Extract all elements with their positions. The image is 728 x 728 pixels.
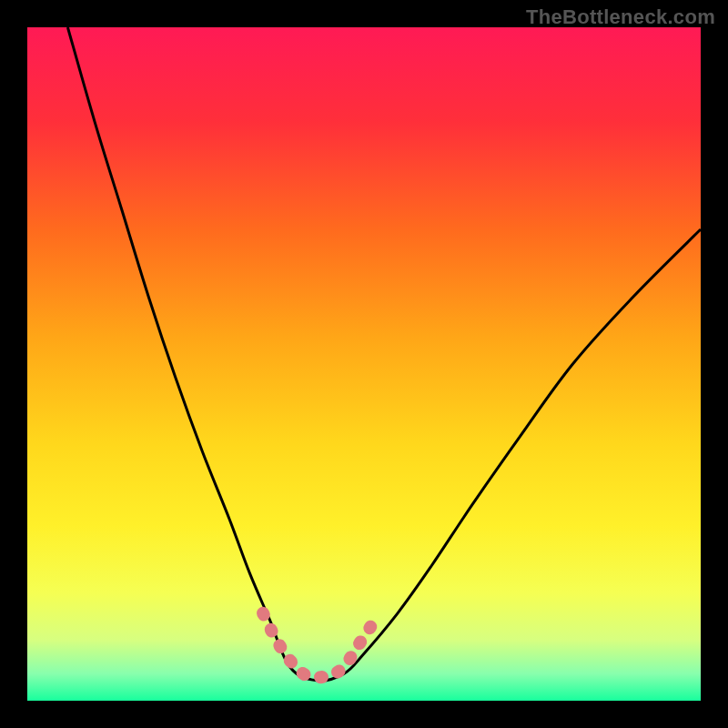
- plot-area: [27, 27, 701, 701]
- watermark-text: TheBottleneck.com: [526, 5, 715, 29]
- chart-container: TheBottleneck.com: [0, 0, 728, 728]
- chart-svg: [0, 0, 728, 728]
